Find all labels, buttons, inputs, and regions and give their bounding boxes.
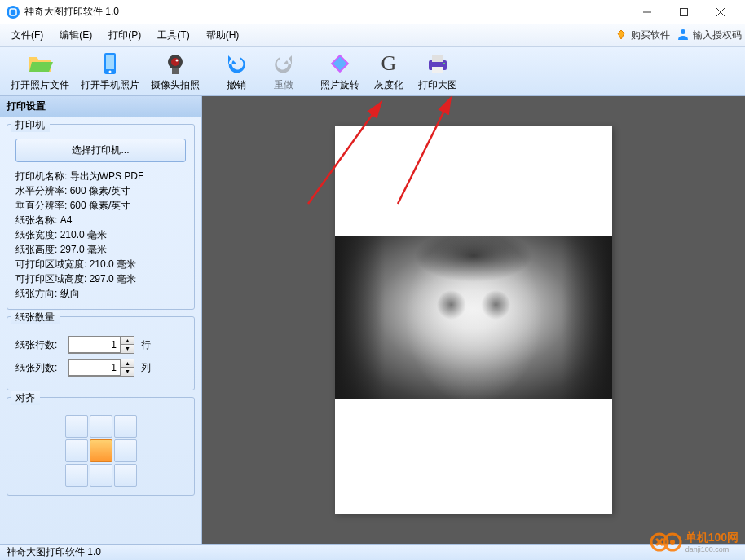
minimize-button[interactable] [628,1,665,24]
svg-point-10 [171,58,179,66]
watermark-url: danji100.com [685,545,738,553]
printer-vres: 垂直分辨率: 600 像素/英寸 [15,198,186,213]
align-middle-center[interactable] [90,439,112,462]
watermark-logo-icon [650,532,682,552]
align-top-left[interactable] [65,415,88,438]
page-preview [335,126,612,514]
user-icon [677,28,690,43]
menu-file[interactable]: 文件(F) [3,25,51,46]
undo-icon [223,51,249,77]
menubar: 文件(F) 编辑(E) 打印(P) 工具(T) 帮助(H) 购买软件 输入授权码 [0,24,745,47]
toolbar-separator [311,52,311,91]
buy-software-link[interactable]: 购买软件 [615,28,670,43]
undo-button[interactable]: 撤销 [213,49,260,95]
camera-button[interactable]: 摄像头拍照 [145,49,205,95]
svg-point-19 [443,63,445,64]
svg-rect-12 [172,68,179,74]
cols-up-button[interactable]: ▲ [121,359,134,368]
printer-hres: 水平分辨率: 600 像素/英寸 [15,183,186,198]
menu-help[interactable]: 帮助(H) [198,25,248,46]
open-phone-button[interactable]: 打开手机照片 [75,49,145,95]
redo-button[interactable]: 重做 [260,49,307,95]
watermark-name: 单机100网 [685,531,738,545]
svg-point-24 [670,540,675,545]
close-button[interactable] [702,1,738,24]
svg-point-11 [176,60,179,62]
printer-name: 打印机名称: 导出为WPS PDF [15,169,186,183]
svg-point-5 [681,29,685,34]
select-printer-button[interactable]: 选择打印机... [15,139,186,162]
rotate-button[interactable]: 照片旋转 [315,49,365,95]
svg-rect-18 [432,67,443,73]
align-grid [15,415,186,487]
align-panel: 对齐 [7,397,195,496]
cols-label: 纸张列数: [15,361,61,375]
app-title: 神奇大图打印软件 1.0 [24,5,628,19]
svg-rect-14 [333,57,347,71]
sidebar: 打印设置 打印机 选择打印机... 打印机名称: 导出为WPS PDF 水平分辨… [0,96,202,544]
paper-orientation: 纸张方向: 纵向 [15,286,186,301]
rows-unit: 行 [141,338,151,352]
titlebar: 神奇大图打印软件 1.0 [0,0,745,24]
rows-input[interactable] [68,337,121,353]
align-panel-title: 对齐 [11,391,40,405]
open-file-button[interactable]: 打开照片文件 [5,49,75,95]
svg-text:G: G [381,51,397,75]
toolbar-separator [209,52,209,91]
camera-icon [162,51,188,77]
rotate-icon [327,51,353,77]
buy-label: 购买软件 [631,29,670,42]
grayscale-button[interactable]: G 灰度化 [365,49,412,95]
menu-tools[interactable]: 工具(T) [149,25,197,46]
toolbar: 打开照片文件 打开手机照片 摄像头拍照 撤销 重做 照片旋转 G 灰度化 打印大… [0,47,745,96]
watermark: 单机100网 danji100.com [650,531,738,553]
menu-print[interactable]: 打印(P) [100,25,149,46]
cols-down-button[interactable]: ▼ [121,368,134,376]
align-middle-left[interactable] [65,439,88,462]
paper-width: 纸张宽度: 210.0 毫米 [15,227,186,242]
align-bottom-right[interactable] [114,464,137,487]
svg-rect-7 [106,55,114,69]
cols-unit: 列 [141,361,151,375]
auth-label: 输入授权码 [693,29,742,42]
photo-preview [335,236,612,399]
printable-height: 可打印区域高度: 297.0 毫米 [15,271,186,286]
quantity-panel-title: 纸张数量 [11,311,60,324]
svg-rect-0 [10,9,16,15]
enter-auth-link[interactable]: 输入授权码 [677,28,742,43]
printer-panel-title: 打印机 [11,118,50,132]
print-big-button[interactable]: 打印大图 [412,49,463,95]
canvas-area[interactable] [202,96,745,544]
sidebar-title: 打印设置 [0,96,201,117]
align-top-right[interactable] [114,415,137,438]
align-top-center[interactable] [90,415,112,438]
printer-icon [425,51,451,77]
folder-icon [27,51,53,77]
phone-icon [97,51,123,77]
cols-input[interactable] [68,359,121,376]
svg-rect-17 [432,55,443,62]
svg-point-8 [109,71,112,73]
redo-icon [271,51,297,77]
grayscale-icon: G [376,51,402,77]
rows-down-button[interactable]: ▼ [121,345,134,353]
main-area: 打印设置 打印机 选择打印机... 打印机名称: 导出为WPS PDF 水平分辨… [0,96,745,544]
align-middle-right[interactable] [114,439,137,462]
paper-name: 纸张名称: A4 [15,213,186,227]
rows-up-button[interactable]: ▲ [121,337,134,345]
align-bottom-left[interactable] [65,464,88,487]
status-text: 神奇大图打印软件 1.0 [7,545,101,559]
svg-rect-2 [680,8,687,15]
paper-height: 纸张高度: 297.0 毫米 [15,242,186,257]
menu-edit[interactable]: 编辑(E) [51,25,100,46]
rows-label: 纸张行数: [15,338,61,352]
heart-icon [615,28,628,43]
printable-width: 可打印区域宽度: 210.0 毫米 [15,257,186,271]
quantity-panel: 纸张数量 纸张行数: ▲ ▼ 行 纸张列数: [7,316,195,390]
app-icon [7,6,20,19]
align-bottom-center[interactable] [90,464,112,487]
printer-panel: 打印机 选择打印机... 打印机名称: 导出为WPS PDF 水平分辨率: 60… [7,124,195,310]
statusbar: 神奇大图打印软件 1.0 [0,544,745,560]
maximize-button[interactable] [665,1,702,24]
